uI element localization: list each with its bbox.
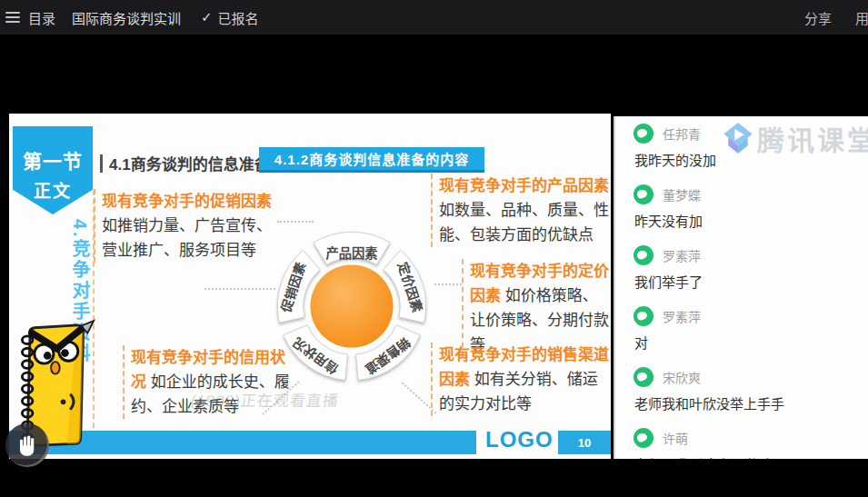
left-pupil: [44, 352, 52, 360]
chat-panel[interactable]: 任邦青 我昨天的没加 董梦蝶 昨天没有加 罗素萍 我们举手了 罗素萍 对 宋欣爽…: [614, 116, 868, 459]
toc-button[interactable]: 目录: [28, 8, 55, 27]
menu-icon[interactable]: [5, 12, 20, 23]
chat-message: 罗素萍 对: [634, 306, 868, 352]
factor-product-body: 如数量、品种、质量、性能、包装方面的优缺点: [439, 202, 609, 244]
right-pupil: [61, 349, 69, 357]
segment-label-product: 产品因素: [325, 245, 377, 261]
slide-title: 4.1商务谈判的信息准备: [109, 152, 270, 174]
factor-ring-diagram: 产品因素 定价因素 销售渠道 信用状况 促销因素: [265, 220, 438, 393]
video-stage: 目录 国际商务谈判实训 ✓ 已报名 分享 用 第一节 正文 4.1商务谈判的信息…: [0, 0, 868, 497]
avatar: [634, 367, 653, 387]
chat-username: 任邦青: [663, 124, 701, 143]
chat-text: 我昨天的没加: [634, 150, 868, 169]
raise-hand-button[interactable]: [5, 423, 49, 467]
chat-text: 我们举手了: [634, 272, 868, 291]
avatar: [634, 245, 653, 265]
share-button[interactable]: 分享: [804, 8, 832, 27]
chat-username: 罗素萍: [663, 246, 701, 264]
avatar: [634, 306, 653, 326]
factor-product: 现有竞争对手的产品因素 如数量、品种、质量、性能、包装方面的优缺点: [431, 174, 611, 247]
chat-text: 老师，我刚才也没举手: [634, 454, 868, 459]
chat-message: 任邦青 我昨天的没加: [634, 124, 868, 169]
page-number: 10: [558, 431, 611, 454]
chat-text: 对: [634, 333, 868, 352]
clipped-menu-label[interactable]: 用: [855, 8, 868, 27]
body-dot: [61, 399, 66, 404]
avatar: [634, 124, 653, 144]
chat-username: 宋欣爽: [663, 368, 701, 386]
chat-message: 董梦蝶 昨天没有加: [634, 184, 868, 230]
slide-subtitle: 4.1.2商务谈判信息准备的内容: [259, 147, 484, 173]
chat-username: 董梦蝶: [663, 185, 701, 204]
chat-text: 昨天没有加: [634, 211, 868, 230]
section-ribbon: 第一节 正文: [13, 126, 93, 214]
enrolled-label: 已报名: [218, 8, 259, 27]
factor-product-lead: 现有竞争对手的产品因素: [439, 177, 609, 194]
slide-logo: LOGO: [485, 427, 554, 452]
check-icon: ✓: [201, 9, 213, 25]
dotted-connector: [434, 283, 462, 285]
course-title: 国际商务谈判实训: [72, 8, 181, 27]
enrolled-badge: ✓ 已报名: [201, 8, 259, 27]
diagram-center-circle: [310, 264, 393, 347]
chat-username: 罗素萍: [663, 307, 701, 325]
section-ribbon-line1: 第一节: [13, 146, 93, 174]
presentation-slide: 第一节 正文 4.1商务谈判的信息准备 4.1.2商务谈判信息准备的内容 4.竞…: [9, 114, 611, 459]
viewer-count-watermark: (1900)正在观看直播: [189, 388, 465, 411]
chat-message: 许萌 老师，我刚才也没举手: [634, 428, 868, 459]
chat-message: 罗素萍 我们举手了: [634, 245, 868, 291]
avatar: [634, 184, 653, 204]
slide-title-row: 4.1商务谈判的信息准备: [100, 152, 270, 174]
factor-promotion-lead: 现有竞争对手的促销因素: [102, 193, 272, 210]
chat-message: 宋欣爽 老师我和叶欣没举上手手: [634, 367, 868, 413]
topbar: 目录 国际商务谈判实训 ✓ 已报名 分享 用: [0, 0, 868, 35]
chat-username: 许萌: [663, 429, 688, 447]
hand-icon: [15, 433, 39, 457]
beak: [51, 362, 60, 373]
avatar: [634, 428, 653, 448]
title-divider: [100, 154, 103, 173]
chat-text: 老师我和叶欣没举上手手: [634, 393, 868, 413]
factor-promotion-body: 如推销力量、广告宣传、营业推广、服务项目等: [102, 217, 272, 259]
factor-promotion: 现有竞争对手的促销因素 如推销力量、广告宣传、营业推广、服务项目等: [94, 189, 277, 263]
section-ribbon-line2: 正文: [13, 177, 93, 202]
